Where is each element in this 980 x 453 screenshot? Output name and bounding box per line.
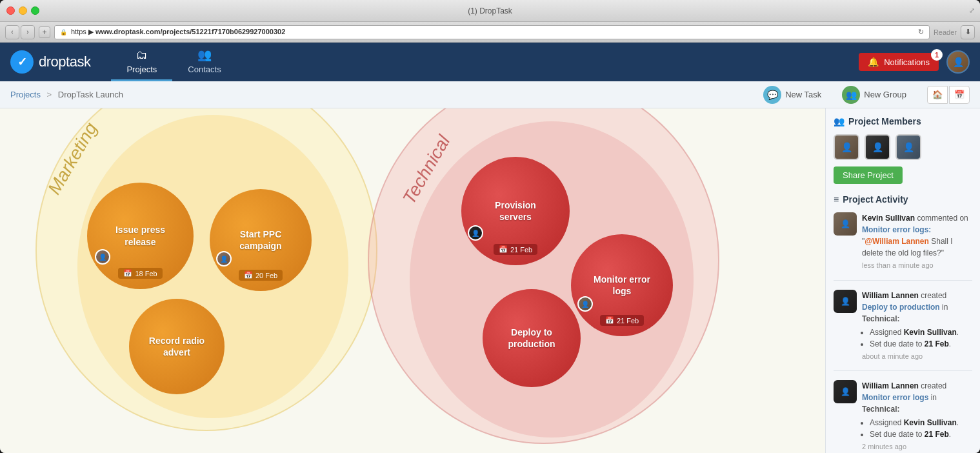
task-issue-label: Issue pressrelease bbox=[108, 224, 173, 247]
calendar-view-button[interactable]: 📅 bbox=[949, 86, 970, 104]
nav-projects[interactable]: 🗂 Projects bbox=[111, 43, 172, 81]
task-record-radio[interactable]: Record radioadvert bbox=[129, 299, 225, 394]
activity-list-item: Set due date to 21 Feb. bbox=[870, 338, 972, 350]
task-monitor-error[interactable]: Monitor errorlogs 👤 📅 21 Feb bbox=[571, 234, 673, 336]
activity-item-3: 👤 William Lannen created Monitor error l… bbox=[834, 380, 972, 453]
avatar-image: 👤 bbox=[948, 50, 968, 74]
activity-list-2: Assigned Kevin Sullivan. Set due date to… bbox=[870, 327, 972, 350]
new-task-button[interactable]: 💬 New Task bbox=[758, 83, 826, 106]
task-deploy-production[interactable]: Deploy toproduction bbox=[483, 289, 581, 387]
app-header: ✓ droptask 🗂 Projects 👥 Contacts 🔔 Notif… bbox=[0, 43, 980, 81]
project-members-section: 👥 Project Members 👤 👤 👤 bbox=[834, 116, 972, 184]
project-activity-section: ≡ Project Activity 👤 Kevin Sullivan comm… bbox=[834, 194, 972, 453]
ssl-lock-icon: 🔒 bbox=[60, 29, 67, 35]
url-bar[interactable]: 🔒 https ▶ www.droptask.com/projects/5122… bbox=[54, 25, 930, 39]
activity-person-2: William Lannen bbox=[862, 291, 919, 300]
checkmark-icon: ✓ bbox=[17, 55, 27, 69]
members-avatars: 👤 👤 👤 bbox=[834, 134, 972, 160]
task-monitor-date: 📅 21 Feb bbox=[600, 315, 644, 326]
task-start-ppc[interactable]: Start PPCcampaign 👤 📅 20 Feb bbox=[210, 189, 312, 291]
task-provision-servers[interactable]: Provisionservers 👤 📅 21 Feb bbox=[461, 157, 570, 265]
maximize-button[interactable] bbox=[31, 6, 39, 15]
project-activity-title: ≡ Project Activity bbox=[834, 194, 972, 205]
breadcrumb-projects-link[interactable]: Projects bbox=[10, 90, 41, 99]
member-avatar-3[interactable]: 👤 bbox=[895, 134, 921, 160]
user-avatar[interactable]: 👤 bbox=[946, 50, 970, 74]
task-monitor-label: Monitor errorlogs bbox=[586, 274, 658, 297]
project-members-title: 👥 Project Members bbox=[834, 116, 972, 126]
calendar-icon: 📅 bbox=[123, 269, 132, 277]
main-nav: 🗂 Projects 👥 Contacts bbox=[111, 43, 236, 81]
projects-icon: 🗂 bbox=[136, 48, 148, 62]
activity-mention-1[interactable]: @William Lannen bbox=[865, 237, 929, 246]
new-task-label: New Task bbox=[785, 90, 821, 99]
new-group-label: New Group bbox=[864, 90, 906, 99]
notifications-button[interactable]: 🔔 Notifications 1 bbox=[859, 53, 939, 71]
activity-avatar-2: 👤 bbox=[834, 290, 857, 313]
activity-item-2: 👤 William Lannen created Deploy to produ… bbox=[834, 290, 972, 372]
activity-task-link-1[interactable]: Monitor error logs: bbox=[862, 225, 931, 234]
calendar-icon: 📅 bbox=[499, 245, 508, 254]
breadcrumb-separator: > bbox=[47, 90, 52, 99]
forward-button[interactable]: › bbox=[21, 25, 35, 39]
breadcrumb: Projects > DropTask Launch bbox=[10, 90, 123, 99]
new-group-button[interactable]: 👥 New Group bbox=[837, 83, 912, 106]
activity-time-1: less than a minute ago bbox=[862, 260, 972, 271]
task-monitor-avatar: 👤 bbox=[577, 296, 593, 312]
members-icon: 👥 bbox=[834, 116, 845, 126]
reader-button[interactable]: Reader bbox=[934, 28, 957, 36]
header-right: 🔔 Notifications 1 👤 bbox=[859, 50, 970, 74]
minimize-button[interactable] bbox=[19, 6, 27, 15]
main-content: Marketing Issue pressrelease 👤 📅 18 Feb bbox=[0, 108, 980, 453]
sidebar: 👥 Project Members 👤 👤 👤 bbox=[825, 108, 980, 453]
activity-person-3: William Lannen bbox=[862, 381, 919, 390]
member-avatar-1[interactable]: 👤 bbox=[834, 134, 859, 160]
refresh-icon[interactable]: ↻ bbox=[918, 28, 924, 36]
home-view-button[interactable]: 🏠 bbox=[927, 86, 948, 104]
back-button[interactable]: ‹ bbox=[5, 25, 19, 39]
toolbar-actions: 💬 New Task 👥 New Group 🏠 📅 bbox=[758, 83, 970, 106]
calendar-icon: 📅 bbox=[244, 271, 253, 279]
activity-list-item: Assigned Kevin Sullivan. bbox=[870, 327, 972, 338]
groups-container: Marketing Issue pressrelease 👤 📅 18 Feb bbox=[0, 108, 825, 453]
app-toolbar: Projects > DropTask Launch 💬 New Task 👥 … bbox=[0, 81, 980, 108]
avatar-icon: 👤 bbox=[581, 301, 589, 308]
activity-content-1: Kevin Sullivan commented on Monitor erro… bbox=[862, 212, 972, 271]
avatar-icon: 👤 bbox=[99, 254, 106, 261]
add-tab-button[interactable]: + bbox=[39, 26, 50, 38]
share-project-button[interactable]: Share Project bbox=[834, 166, 903, 184]
window-title: (1) DropTask bbox=[468, 6, 512, 15]
breadcrumb-current: DropTask Launch bbox=[58, 90, 123, 99]
contacts-icon: 👥 bbox=[197, 48, 212, 62]
avatar-icon: 👤 bbox=[472, 230, 479, 237]
logo-area: ✓ droptask bbox=[10, 50, 90, 74]
resize-icon: ⤢ bbox=[969, 6, 975, 15]
activity-content-3: William Lannen created Monitor error log… bbox=[862, 380, 972, 452]
task-issue-press-release[interactable]: Issue pressrelease 👤 📅 18 Feb bbox=[87, 183, 194, 289]
member-1-image: 👤 bbox=[835, 136, 858, 159]
nav-buttons: ‹ › bbox=[5, 25, 35, 39]
nav-contacts-label: Contacts bbox=[188, 65, 221, 74]
calendar-icon: 📅 bbox=[605, 316, 614, 325]
activity-content-2: William Lannen created Deploy to product… bbox=[862, 290, 972, 362]
logo-text: droptask bbox=[39, 54, 90, 70]
close-button[interactable] bbox=[6, 6, 15, 15]
task-provision-date: 📅 21 Feb bbox=[494, 244, 537, 255]
member-3-image: 👤 bbox=[897, 136, 920, 159]
activity-time-2: about a minute ago bbox=[862, 351, 972, 362]
activity-person-1: Kevin Sullivan bbox=[862, 214, 915, 223]
activity-avatar-3: 👤 bbox=[834, 380, 857, 403]
downloads-button[interactable]: ⬇ bbox=[961, 25, 975, 39]
activity-task-link-2[interactable]: Deploy to production bbox=[862, 303, 940, 312]
notifications-label: Notifications bbox=[884, 57, 930, 67]
bell-icon: 🔔 bbox=[868, 57, 879, 67]
nav-contacts[interactable]: 👥 Contacts bbox=[172, 43, 236, 81]
activity-icon: ≡ bbox=[834, 194, 839, 205]
task-ppc-date: 📅 20 Feb bbox=[239, 270, 283, 281]
new-task-icon: 💬 bbox=[763, 86, 781, 104]
title-bar: (1) DropTask ⤢ bbox=[0, 0, 980, 22]
task-issue-date: 📅 18 Feb bbox=[118, 268, 162, 279]
activity-task-link-3[interactable]: Monitor error logs bbox=[862, 393, 928, 402]
new-group-icon: 👥 bbox=[842, 86, 860, 104]
member-avatar-2[interactable]: 👤 bbox=[865, 134, 890, 160]
